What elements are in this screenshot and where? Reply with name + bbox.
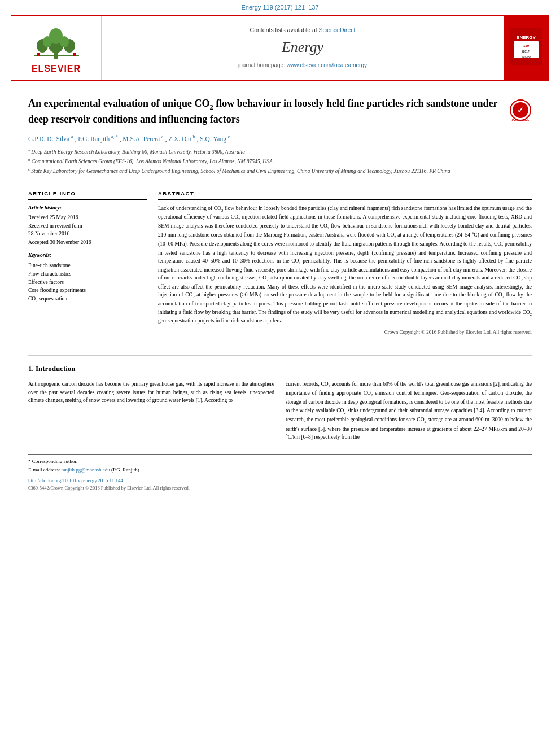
- intro-columns: Anthropogenic carbon dioxide has become …: [28, 380, 532, 445]
- keyword-3: Effective factors: [28, 279, 147, 287]
- contents-line: Contents lists available at ScienceDirec…: [250, 26, 356, 34]
- corresponding-note: * Corresponding author.: [28, 458, 532, 465]
- keywords-title: Keywords:: [28, 252, 147, 260]
- affiliation-a: a Deep Earth Energy Research Laboratory,…: [28, 147, 532, 156]
- doi-link[interactable]: http://dx.doi.org/10.1016/j.energy.2016.…: [28, 478, 123, 483]
- intro-col-right: current records, CO2 accounts for more t…: [286, 380, 532, 445]
- svg-point-6: [49, 28, 63, 44]
- keywords-block: Keywords: Fine-rich sandstone Flow chara…: [28, 252, 147, 303]
- elsevier-logo-area: ELSEVIER: [11, 16, 102, 80]
- license-text: 0360-5442/Crown Copyright © 2016 Publish…: [28, 484, 532, 491]
- received-date: Received 25 May 2016: [28, 214, 147, 222]
- received-revised: Received in revised form28 November 2016: [28, 222, 147, 238]
- info-abstract-section: ARTICLE INFO Article history: Received 2…: [28, 184, 532, 336]
- article-info-label: ARTICLE INFO: [28, 190, 147, 200]
- copyright-line: Crown Copyright © 2016 Published by Else…: [158, 329, 532, 337]
- sciencedirect-link[interactable]: ScienceDirect: [319, 27, 356, 33]
- introduction-section: 1. Introduction Anthropogenic carbon dio…: [0, 364, 560, 474]
- author-ranjith: P.G. Ranjith: [78, 136, 110, 142]
- journal-title: Energy: [282, 37, 323, 58]
- svg-text:(2017): (2017): [522, 50, 531, 53]
- svg-rect-8: [37, 53, 40, 56]
- abstract-col: ABSTRACT Lack of understanding of CO2 fl…: [158, 190, 532, 336]
- email-suffix: (P.G. Ranjith).: [111, 467, 141, 473]
- energy-logo-right: ENERGY 119 (2017) 121-137: [504, 16, 549, 80]
- main-content: ✓ CrossMark An experimental evaluation o…: [0, 81, 560, 347]
- intro-col-left: Anthropogenic carbon dioxide has become …: [28, 380, 274, 445]
- intro-heading: 1. Introduction: [28, 364, 532, 374]
- svg-text:119: 119: [523, 44, 530, 47]
- abstract-text: Lack of understanding of CO2 flow behavi…: [158, 204, 532, 337]
- email-note: E-mail address: ranjith.pg@monash.edu (P…: [28, 466, 532, 474]
- footnote-area: * Corresponding author. E-mail address: …: [28, 454, 532, 474]
- abstract-label: ABSTRACT: [158, 190, 532, 200]
- author-perera: M.S.A. Perera: [123, 136, 160, 142]
- keywords-list: Fine-rich sandstone Flow characteristics…: [28, 262, 147, 304]
- homepage-label: journal homepage:: [238, 62, 285, 68]
- crossmark-icon[interactable]: ✓ CrossMark: [509, 98, 532, 126]
- elsevier-brand: ELSEVIER: [32, 62, 81, 75]
- citation-text: Energy 119 (2017) 121–137: [242, 4, 319, 11]
- authors-line: G.P.D. De Silva a , P.G. Ranjith a, * , …: [28, 134, 532, 144]
- accepted-date: Accepted 30 November 2016: [28, 239, 147, 247]
- contents-text: Contents lists available at: [250, 27, 317, 33]
- homepage-url[interactable]: www.elsevier.com/locate/energy: [287, 62, 367, 68]
- article-title: ✓ CrossMark An experimental evaluation o…: [28, 97, 532, 126]
- svg-text:121-137: 121-137: [522, 56, 531, 59]
- homepage-line: journal homepage: www.elsevier.com/locat…: [238, 62, 367, 70]
- elsevier-tree-icon: [23, 20, 90, 60]
- title-text: An experimental evaluation of unique CO2…: [28, 98, 497, 125]
- svg-text:ENERGY: ENERGY: [517, 35, 536, 40]
- author-dai: Z.X. Dai: [168, 136, 191, 142]
- journal-citation: Energy 119 (2017) 121–137: [0, 0, 560, 15]
- svg-rect-9: [73, 53, 76, 56]
- keyword-5: CO2 sequestration: [28, 295, 147, 304]
- history-title: Article history:: [28, 204, 147, 212]
- affiliation-b: b Computational Earth Sciences Group (EE…: [28, 157, 532, 165]
- svg-text:CrossMark: CrossMark: [511, 119, 530, 122]
- journal-header: ELSEVIER Contents lists available at Sci…: [11, 15, 549, 81]
- journal-info-center: Contents lists available at ScienceDirec…: [102, 16, 504, 80]
- bottom-bar: http://dx.doi.org/10.1016/j.energy.2016.…: [0, 475, 560, 493]
- affiliation-c: c State Key Laboratory for Geomechanics …: [28, 167, 532, 175]
- affiliations-block: a Deep Earth Energy Research Laboratory,…: [28, 147, 532, 176]
- article-info-col: ARTICLE INFO Article history: Received 2…: [28, 190, 147, 336]
- email-link[interactable]: ranjith.pg@monash.edu: [61, 467, 110, 473]
- energy-icon: ENERGY 119 (2017) 121-137: [509, 27, 543, 69]
- article-history: Article history: Received 25 May 2016 Re…: [28, 204, 147, 247]
- author-yang: S.Q. Yang: [200, 136, 226, 142]
- svg-text:✓: ✓: [517, 106, 524, 115]
- author-desilva: G.P.D. De Silva: [28, 136, 69, 142]
- section-divider: [28, 355, 532, 356]
- keyword-1: Fine-rich sandstone: [28, 262, 147, 270]
- keyword-2: Flow characteristics: [28, 270, 147, 278]
- keyword-4: Core flooding experiments: [28, 287, 147, 295]
